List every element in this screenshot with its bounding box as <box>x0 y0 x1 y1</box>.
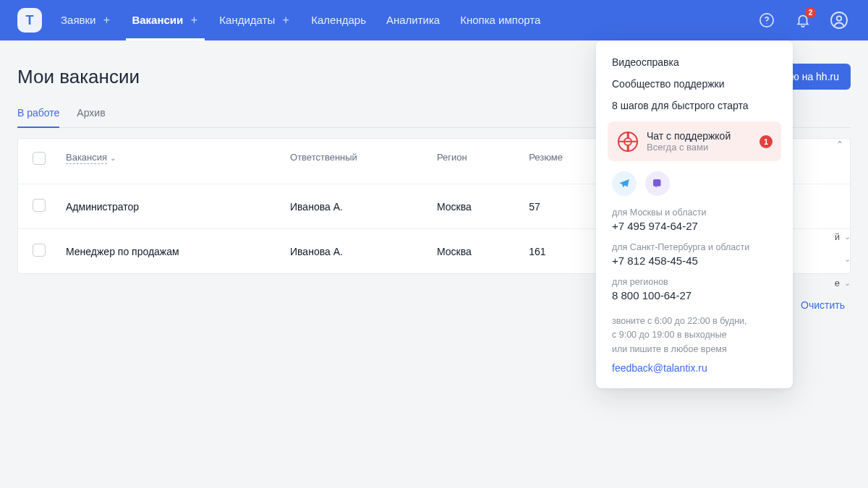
nav-label: Заявки <box>61 0 95 40</box>
chevron-down-icon: ⌄ <box>844 278 851 288</box>
svg-point-1 <box>766 23 767 24</box>
viber-icon[interactable] <box>645 171 670 196</box>
col-owner: Ответственный <box>280 139 427 184</box>
phone-label: для Санкт-Петербурга и области <box>612 242 777 252</box>
chevron-down-icon: ⌄ <box>110 154 116 162</box>
filter-peek-3[interactable]: е ⌄ <box>814 278 851 288</box>
feedback-email-link[interactable]: feedback@talantix.ru <box>596 358 793 388</box>
nav-items: Заявки + Вакансии + Кандидаты + Календар… <box>61 0 755 40</box>
help-link-community[interactable]: Сообщество поддержки <box>612 78 777 90</box>
filter-peek-2[interactable]: ⌄ <box>814 254 851 264</box>
help-links: Видеосправка Сообщество поддержки 8 шаго… <box>596 53 793 121</box>
chevron-down-icon: ⌄ <box>844 232 851 241</box>
chat-title: Чат с поддержкой <box>647 130 731 142</box>
nav-vacancies[interactable]: Вакансии + <box>132 0 199 40</box>
profile-icon[interactable] <box>827 9 851 32</box>
phone-spb: для Санкт-Петербурга и области +7 812 45… <box>612 242 777 267</box>
chevron-up-icon[interactable]: ⌄ <box>836 139 843 149</box>
tab-in-work[interactable]: В работе <box>17 100 59 127</box>
filter-peek-text: й <box>835 231 840 242</box>
col-region: Регион <box>427 139 519 184</box>
help-popover: Видеосправка Сообщество поддержки 8 шаго… <box>596 40 793 388</box>
row-checkbox[interactable] <box>33 244 46 257</box>
cell-region: Москва <box>427 229 519 274</box>
plus-icon[interactable]: + <box>101 15 111 25</box>
telegram-icon[interactable] <box>612 171 637 196</box>
nav-requests[interactable]: Заявки + <box>61 0 111 40</box>
phone-moscow: для Москвы и области +7 495 974-64-27 <box>612 207 777 232</box>
plus-icon[interactable]: + <box>189 15 199 25</box>
logo[interactable]: T <box>17 8 42 33</box>
nav-label: Календарь <box>311 0 366 40</box>
select-all-checkbox[interactable] <box>33 152 46 165</box>
nav-calendar[interactable]: Календарь <box>311 0 366 40</box>
filter-peek-1[interactable]: й ⌄ <box>814 231 851 242</box>
phone-number[interactable]: +7 812 458-45-45 <box>612 254 777 267</box>
support-phones: для Москвы и области +7 495 974-64-27 дл… <box>596 206 793 304</box>
filter-peek-text: е <box>835 278 840 288</box>
phone-number[interactable]: +7 495 974-64-27 <box>612 220 777 232</box>
cell-owner: Иванова А. <box>280 229 427 274</box>
cell-region: Москва <box>427 184 519 229</box>
tab-archive[interactable]: Архив <box>77 100 105 127</box>
chat-unread-badge: 1 <box>760 135 773 148</box>
plus-icon[interactable]: + <box>281 15 291 25</box>
phone-label: для Москвы и области <box>612 207 777 218</box>
cell-vacancy: Менеджер по продажам <box>56 229 280 274</box>
nav-label: Кандидаты <box>219 0 275 40</box>
chat-subtitle: Всегда с вами <box>647 142 731 153</box>
help-link-quickstart[interactable]: 8 шагов для быстрого старта <box>612 100 777 111</box>
phone-number[interactable]: 8 800 100-64-27 <box>612 289 777 301</box>
help-link-video[interactable]: Видеосправка <box>612 56 777 68</box>
phone-label: для регионов <box>612 277 777 287</box>
nav-candidates[interactable]: Кандидаты + <box>219 0 291 40</box>
notification-badge: 2 <box>805 7 816 18</box>
nav-label: Кнопка импорта <box>460 0 540 40</box>
svg-point-3 <box>837 16 841 20</box>
cell-owner: Иванова А. <box>280 184 427 229</box>
clear-filters-link[interactable]: Очистить <box>801 299 845 311</box>
messenger-links <box>596 171 793 206</box>
page-title: Мои вакансии <box>17 66 140 88</box>
support-chat-button[interactable]: Чат с поддержкой Всегда с вами 1 <box>608 121 781 161</box>
row-checkbox[interactable] <box>33 199 46 212</box>
nav-label: Вакансии <box>132 0 183 40</box>
nav-right: 2 <box>755 9 851 32</box>
help-icon[interactable] <box>755 9 778 32</box>
lifebuoy-icon <box>618 132 638 152</box>
top-nav: T Заявки + Вакансии + Кандидаты + Календ… <box>0 0 868 40</box>
chevron-down-icon: ⌄ <box>844 254 851 264</box>
chat-text: Чат с поддержкой Всегда с вами <box>647 130 731 153</box>
nav-import[interactable]: Кнопка импорта <box>460 0 540 40</box>
cell-vacancy: Администратор <box>56 184 280 229</box>
support-hours: звоните с 6:00 до 22:00 в будни, с 9:00 … <box>596 304 793 358</box>
col-vacancy[interactable]: Вакансия⌄ <box>56 139 280 184</box>
bell-icon[interactable]: 2 <box>791 9 814 32</box>
nav-analytics[interactable]: Аналитика <box>386 0 440 40</box>
phone-regions: для регионов 8 800 100-64-27 <box>612 277 777 301</box>
nav-label: Аналитика <box>386 0 440 40</box>
